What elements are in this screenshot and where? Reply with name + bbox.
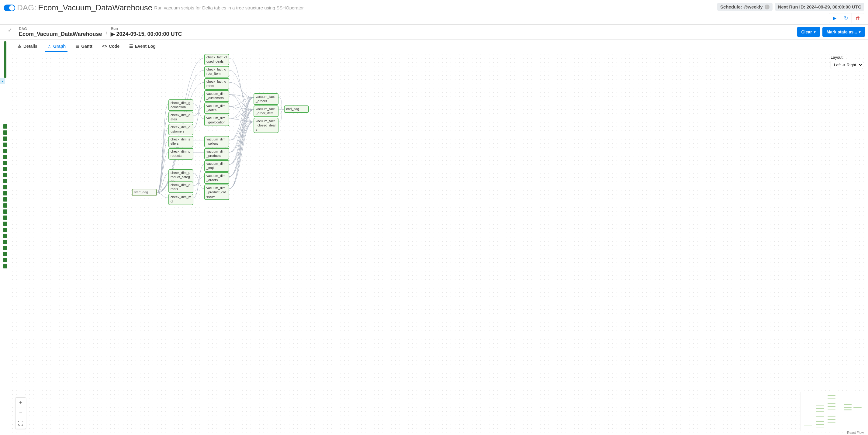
task-grid-square[interactable] [3, 155, 7, 159]
task-node-vacuum-dim-product-category[interactable]: vacuum_dim_product_category [204, 185, 229, 200]
task-node-check-dim-mql[interactable]: check_dim_mql [168, 194, 193, 205]
refresh-dag-button[interactable]: ↻ [840, 13, 851, 23]
tab-code[interactable]: <>Code [100, 41, 121, 52]
crumb-run-value[interactable]: ▶ 2024-09-15, 00:00:00 UTC [111, 31, 182, 37]
graph-icon: ⛬ [47, 44, 51, 49]
task-grid-square[interactable] [3, 191, 7, 195]
minimap-node [828, 401, 836, 401]
task-grid-square[interactable] [3, 240, 7, 244]
task-node-vacuum-dim-products[interactable]: vacuum_dim_products [204, 148, 229, 160]
zoom-in-button[interactable]: + [16, 398, 26, 408]
tab-event-log[interactable]: ☰Event Log [127, 41, 157, 52]
fit-view-button[interactable]: ⛶ [16, 418, 26, 429]
task-node-check-dim-customers[interactable]: check_dim_customers [168, 124, 193, 135]
task-grid-square[interactable] [3, 228, 7, 232]
tab-code-label: Code [109, 44, 120, 49]
task-node-vacuum-dim-orders[interactable]: vacuum_dim_orders [204, 173, 229, 184]
tab-graph-label: Graph [53, 44, 66, 49]
minimap-node [828, 422, 836, 423]
minimap-node [828, 414, 836, 414]
task-node-vacuum-fact-orders[interactable]: vacuum_fact_orders [253, 93, 278, 105]
task-node-check-dim-dates[interactable]: check_dim_dates [168, 112, 193, 123]
minimap-node [844, 407, 852, 407]
task-grid-square[interactable] [3, 143, 7, 147]
task-grid-square[interactable] [3, 136, 7, 141]
task-node-check-dim-sellers[interactable]: check_dim_sellers [168, 136, 193, 148]
minimap-node [844, 409, 852, 410]
view-tabs: ⚠Details ⛬Graph ▤Gantt <>Code ☰Event Log [10, 39, 868, 52]
run-subheader: ⤢ DAG Ecom_Vacuum_DataWarehouse / Run ▶ … [0, 25, 868, 39]
task-node-end-dag[interactable]: end_dag [284, 105, 309, 113]
task-grid-square[interactable] [3, 216, 7, 220]
task-grid-square[interactable] [3, 124, 7, 129]
task-grid-square[interactable] [3, 204, 7, 208]
trigger-dag-button[interactable]: ▶ [829, 13, 840, 23]
task-grid-square[interactable] [3, 197, 7, 201]
task-node-check-fact-order-item[interactable]: check_fact_order_item [204, 66, 229, 77]
task-grid-square[interactable] [3, 173, 7, 177]
minimap-node [816, 408, 824, 409]
minimap-node [828, 409, 836, 409]
dag-pause-toggle[interactable] [4, 5, 15, 11]
info-icon[interactable]: i [765, 5, 770, 9]
task-node-check-dim-geolocation[interactable]: check_dim_geolocation [168, 99, 193, 111]
minimap-node [816, 424, 824, 425]
zoom-controls: + − ⛶ [15, 397, 26, 429]
task-node-check-fact-closed-deals[interactable]: check_fact_closed_deals [204, 54, 229, 65]
expand-icon[interactable]: ⤢ [8, 27, 12, 33]
task-grid-square[interactable] [3, 161, 7, 165]
tab-event-log-label: Event Log [135, 44, 156, 49]
task-node-vacuum-dim-geolocation[interactable]: vacuum_dim_geolocation [204, 115, 229, 126]
crumb-dag-value[interactable]: Ecom_Vacuum_DataWarehouse [19, 31, 102, 37]
code-icon: <> [102, 44, 107, 49]
dag-run-bar[interactable] [4, 41, 6, 78]
minimap-node [816, 411, 824, 412]
tab-gantt[interactable]: ▤Gantt [73, 41, 94, 52]
delete-dag-button[interactable]: 🗑 [851, 13, 864, 23]
task-grid-square[interactable] [3, 246, 7, 250]
dag-description: Run vacuum scripts for Delta tables in a… [154, 3, 304, 12]
task-grid-square[interactable] [3, 264, 7, 269]
task-node-vacuum-fact-order-item[interactable]: vacuum_fact_order_item [253, 105, 278, 117]
task-node-start-dag[interactable]: start_dag [132, 189, 157, 196]
task-node-vacuum-dim-customers[interactable]: vacuum_dim_customers [204, 90, 229, 102]
grid-expand-handle[interactable]: ▸ [0, 78, 5, 84]
task-node-vacuum-dim-sellers[interactable]: vacuum_dim_sellers [204, 136, 229, 148]
minimap-node [816, 414, 824, 414]
task-grid-square[interactable] [3, 149, 7, 153]
task-grid-square[interactable] [3, 234, 7, 238]
mark-state-button[interactable]: Mark state as... [823, 27, 865, 37]
task-node-vacuum-dim-dates[interactable]: vacuum_dim_dates [204, 102, 229, 114]
minimap-node [816, 427, 824, 427]
dag-header: DAG: Ecom_Vacuum_DataWarehouse Run vacuu… [0, 0, 868, 25]
task-node-check-fact-orders[interactable]: check_fact_orders [204, 78, 229, 90]
dag-label: DAG: [17, 3, 36, 12]
layout-select[interactable]: Left -> Right [831, 61, 863, 69]
tab-details[interactable]: ⚠Details [16, 41, 39, 52]
minimap-node [816, 421, 824, 422]
task-grid-square[interactable] [3, 167, 7, 171]
grid-sidebar: ▸ [0, 39, 10, 435]
schedule-text: Schedule: @weekly [720, 4, 763, 9]
zoom-out-button[interactable]: − [16, 408, 26, 418]
task-grid-square[interactable] [3, 258, 7, 262]
clear-label: Clear [801, 30, 812, 34]
crumb-dag-label: DAG [19, 27, 102, 31]
task-node-vacuum-fact-closed-deals[interactable]: vacuum_fact_closed_deals [253, 118, 278, 133]
graph-canvas[interactable]: Layout: Left -> Right start_dagcheck_dim… [10, 52, 868, 435]
task-grid-square[interactable] [3, 222, 7, 226]
clear-button[interactable]: Clear [797, 27, 820, 37]
task-node-vacuum-dim-mql[interactable]: vacuum_dim_mql [204, 160, 229, 172]
task-node-check-dim-orders[interactable]: check_dim_orders [168, 182, 193, 193]
task-grid-square[interactable] [3, 210, 7, 214]
task-grid-square[interactable] [3, 185, 7, 189]
minimap[interactable] [801, 392, 864, 431]
minimap-node [854, 407, 862, 407]
dag-name: Ecom_Vacuum_DataWarehouse [38, 3, 153, 12]
task-node-check-dim-products[interactable]: check_dim_products [168, 148, 193, 160]
task-grid-square[interactable] [3, 179, 7, 183]
task-grid-square[interactable] [3, 130, 7, 135]
task-grid-square[interactable] [3, 252, 7, 256]
tab-graph[interactable]: ⛬Graph [45, 41, 67, 52]
next-run-badge: Next Run ID: 2024-09-29, 00:00:00 UTC [775, 3, 864, 11]
